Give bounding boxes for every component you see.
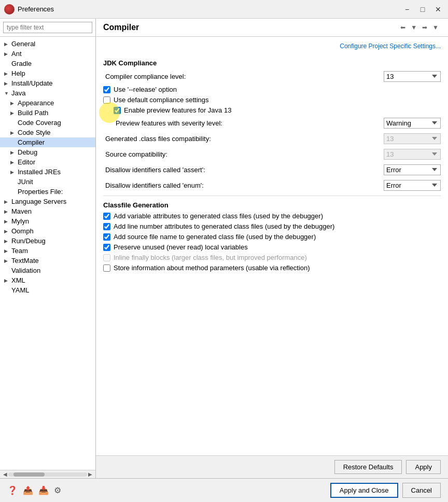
add-source-file-checkbox[interactable] [103, 233, 110, 241]
tree-label: Installed JREs [18, 168, 61, 176]
preserve-unused-label: Preserve unused (never read) local varia… [114, 243, 248, 251]
use-default-checkbox[interactable] [103, 96, 110, 104]
tree-label: Run/Debug [11, 237, 46, 245]
maximize-button[interactable]: □ [417, 4, 428, 15]
enable-preview-label: Enable preview features for Java 13 [124, 106, 231, 114]
tree-arrow: ▶ [4, 209, 9, 214]
close-button[interactable]: ✕ [432, 4, 444, 15]
sidebar-item-properties-files[interactable]: Properties File: [0, 187, 95, 197]
tree-arrow: ▶ [4, 51, 9, 57]
sidebar-item-installed-jres[interactable]: ▶Installed JREs [0, 167, 95, 177]
window-title: Preferences [18, 5, 401, 13]
apply-and-close-button[interactable]: Apply and Close [330, 483, 398, 498]
sidebar: ▶General▶AntGradle▶Help▶Install/Update▼J… [0, 19, 96, 478]
tree-label: Help [11, 69, 25, 77]
preview-severity-row: Preview features with severity level: Ig… [103, 117, 441, 129]
sidebar-item-validation[interactable]: Validation [0, 266, 95, 275]
classfile-row-store-method-params: Store information about method parameter… [103, 264, 441, 272]
sidebar-item-general[interactable]: ▶General [0, 39, 95, 49]
nav-forward-dropdown-button[interactable]: ▼ [430, 23, 441, 32]
tree-label: Code Coverag [18, 119, 61, 127]
inline-finally-checkbox[interactable] [103, 254, 110, 261]
add-variable-checkbox[interactable] [103, 213, 110, 220]
sidebar-item-debug[interactable]: ▶Debug [0, 147, 95, 157]
sidebar-item-ant[interactable]: ▶Ant [0, 49, 95, 59]
tree-arrow: ▶ [4, 248, 9, 254]
window-controls: − □ ✕ [401, 4, 444, 15]
preview-severity-select[interactable]: IgnoreWarningError [384, 118, 441, 129]
source-compat-select[interactable]: 1.8910111213 [384, 149, 441, 160]
store-method-params-label: Store information about method parameter… [114, 264, 310, 272]
bottom-bar: ❓ 📤 📥 ⚙ Apply and Close Cancel [0, 478, 448, 502]
configure-link[interactable]: Configure Project Specific Settings... [340, 43, 441, 50]
export-icon[interactable]: 📤 [23, 485, 33, 495]
use-release-checkbox[interactable] [103, 86, 110, 93]
sidebar-item-yaml[interactable]: YAML [0, 285, 95, 295]
sidebar-item-editor[interactable]: ▶Editor [0, 157, 95, 167]
sidebar-item-help[interactable]: ▶Help [0, 68, 95, 78]
scroll-right-icon[interactable]: ▶ [87, 471, 93, 477]
section-divider [103, 196, 441, 196]
sidebar-item-maven[interactable]: ▶Maven [0, 206, 95, 216]
nav-forward-button[interactable]: ➡ [420, 23, 429, 32]
jdk-compliance-section: JDK Compliance [103, 59, 441, 67]
sidebar-item-java[interactable]: ▼Java [0, 88, 95, 98]
apply-button[interactable]: Apply [406, 460, 441, 474]
tree-arrow: ▶ [10, 150, 16, 155]
sidebar-item-junit[interactable]: JUnit [0, 177, 95, 187]
search-input[interactable] [3, 22, 92, 33]
cancel-button[interactable]: Cancel [402, 483, 441, 498]
help-icon[interactable]: ❓ [7, 485, 18, 495]
sidebar-item-oomph[interactable]: ▶Oomph [0, 226, 95, 236]
disallow-assert-select[interactable]: IgnoreWarningError [384, 164, 441, 175]
sidebar-item-textmate[interactable]: ▶TextMate [0, 256, 95, 266]
sidebar-item-gradle[interactable]: Gradle [0, 59, 95, 68]
nav-back-button[interactable]: ⬅ [398, 23, 408, 32]
nav-dropdown-button[interactable]: ▼ [409, 23, 419, 32]
sidebar-hscroll: ◀ ▶ [0, 470, 95, 478]
tree-arrow: ▶ [10, 130, 16, 135]
sidebar-item-compiler[interactable]: Compiler [0, 137, 95, 147]
enable-preview-row: Enable preview features for Java 13 [103, 106, 441, 114]
bottom-icons: ❓ 📤 📥 ⚙ [7, 485, 61, 495]
hscroll-thumb [13, 472, 45, 477]
tree-label: Properties File: [18, 188, 63, 196]
tree-label: Maven [11, 207, 32, 215]
classfile-row-preserve-unused: Preserve unused (never read) local varia… [103, 243, 441, 251]
sidebar-item-code-coverage[interactable]: Code Coverag [0, 118, 95, 128]
sidebar-item-run-debug[interactable]: ▶Run/Debug [0, 236, 95, 246]
scroll-left-icon[interactable]: ◀ [2, 471, 8, 477]
enable-preview-checkbox[interactable] [114, 107, 121, 114]
sidebar-item-mylyn[interactable]: ▶Mylyn [0, 216, 95, 226]
sidebar-item-appearance[interactable]: ▶Appearance [0, 98, 95, 108]
restore-defaults-button[interactable]: Restore Defaults [334, 460, 402, 474]
tree-label: Java [11, 89, 25, 97]
classfile-row-add-variable: Add variable attributes to generated cla… [103, 212, 441, 220]
titlebar: Preferences − □ ✕ [0, 0, 448, 19]
sidebar-item-team[interactable]: ▶Team [0, 246, 95, 256]
inline-finally-label: Inline finally blocks (larger class file… [114, 254, 307, 261]
settings-icon[interactable]: ⚙ [54, 485, 61, 495]
generated-class-label: Generated .class files compatibility: [103, 135, 384, 143]
store-method-params-checkbox[interactable] [103, 264, 110, 272]
sidebar-item-xml[interactable]: ▶XML [0, 275, 95, 285]
preserve-unused-checkbox[interactable] [103, 244, 110, 251]
tree-label: Oomph [11, 227, 34, 235]
sidebar-item-install-update[interactable]: ▶Install/Update [0, 78, 95, 88]
sidebar-item-build-path[interactable]: ▶Build Path [0, 108, 95, 118]
tree-label: Language Servers [11, 198, 66, 205]
disallow-enum-select[interactable]: IgnoreWarningError [384, 180, 441, 191]
tree-arrow: ▶ [10, 110, 16, 116]
sidebar-item-code-style[interactable]: ▶Code Style [0, 128, 95, 137]
generated-class-select[interactable]: 1.8910111213 [384, 133, 441, 144]
sidebar-item-language-servers[interactable]: ▶Language Servers [0, 197, 95, 206]
import-icon[interactable]: 📥 [38, 485, 49, 495]
compliance-level-select[interactable]: 1.891011121314 [384, 71, 441, 82]
configure-link-row: Configure Project Specific Settings... [103, 42, 441, 54]
tree-label: Editor [18, 158, 35, 166]
tree-label: Build Path [18, 109, 48, 117]
hscroll-track [8, 472, 87, 477]
minimize-button[interactable]: − [401, 4, 413, 15]
add-line-number-checkbox[interactable] [103, 223, 110, 230]
tree-label: Appearance [18, 99, 54, 107]
